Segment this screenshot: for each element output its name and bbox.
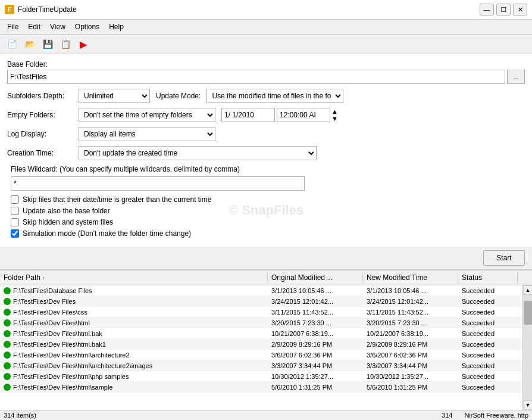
- menu-bar: File Edit View Options Help: [0, 20, 532, 35]
- toolbar-new[interactable]: 📄: [4, 36, 20, 52]
- status-count: 314: [430, 412, 464, 419]
- col-header-path[interactable]: Folder Path: [0, 272, 268, 283]
- cell-orig: 10/30/2012 1:35:27...: [268, 372, 363, 381]
- col-header-status[interactable]: Status: [458, 272, 518, 283]
- subfolders-select[interactable]: Unlimited 12345: [79, 89, 150, 103]
- update-mode-select[interactable]: Use the modified time of files in the fo…: [206, 89, 343, 103]
- start-button[interactable]: Start: [483, 250, 525, 266]
- update-base-label: Update also the base folder: [23, 207, 110, 215]
- status-icon-green: [4, 373, 11, 380]
- files-wildcard-label: Files Wildcard: (You can specify multipl…: [7, 165, 525, 173]
- table-row[interactable]: F:\TestFiles\Dev Files\css 3/11/2015 11:…: [0, 307, 522, 318]
- update-mode-label: Update Mode:: [156, 92, 201, 100]
- cell-orig: 3/24/2015 12:01:42...: [268, 297, 363, 306]
- cell-orig: 3/11/2015 11:43:52...: [268, 308, 363, 316]
- close-button[interactable]: ✕: [513, 4, 527, 15]
- table-row[interactable]: F:\TestFiles\Dev Files\html.bak 10/21/20…: [0, 328, 522, 339]
- table-row[interactable]: F:\TestFiles\Dev Files\html\sample 5/6/2…: [0, 382, 522, 393]
- toolbar-save[interactable]: 💾: [39, 36, 56, 52]
- skip-hidden-checkbox[interactable]: [11, 218, 19, 226]
- table-row[interactable]: F:\TestFiles\Dev Files\html\php samples …: [0, 371, 522, 382]
- simulation-mode-checkbox[interactable]: [11, 229, 19, 238]
- creation-time-label: Creation Time:: [7, 149, 79, 157]
- window-controls: — ☐ ✕: [480, 4, 527, 15]
- browse-button[interactable]: ...: [507, 70, 525, 84]
- cell-status: Succeeded: [458, 287, 518, 295]
- cell-path: F:\TestFiles\Dev Files\html.bak1: [0, 340, 268, 349]
- scroll-down[interactable]: ▼: [523, 400, 532, 410]
- table-row[interactable]: F:\TestFiles\Dev Files\html.bak1 2/9/200…: [0, 339, 522, 350]
- minimize-button[interactable]: —: [480, 4, 494, 15]
- status-icon-green: [4, 298, 11, 305]
- cell-new: 5/6/2010 1:31:25 PM: [363, 383, 458, 391]
- checkbox-row-1: Skip files that their date/time is great…: [7, 195, 525, 204]
- menu-help[interactable]: Help: [104, 21, 129, 33]
- table-row[interactable]: F:\TestFiles\Dev Files 3/24/2015 12:01:4…: [0, 296, 522, 307]
- results-scroll[interactable]: F:\TestFiles\Database Files 3/1/2013 10:…: [0, 285, 522, 410]
- empty-folders-label: Empty Folders:: [7, 111, 79, 119]
- menu-file[interactable]: File: [2, 21, 23, 33]
- main-form: Base Folder: ... Subfolders Depth: Unlim…: [0, 54, 532, 247]
- date-input[interactable]: [221, 108, 275, 122]
- subfolders-row: Subfolders Depth: Unlimited 12345 Update…: [7, 89, 525, 103]
- cell-new: 3/11/2015 11:43:52...: [363, 308, 458, 316]
- status-icon-green: [4, 319, 11, 326]
- checkbox-row-2: Update also the base folder: [7, 207, 525, 215]
- toolbar-open[interactable]: 📂: [21, 36, 38, 52]
- cell-path: F:\TestFiles\Dev Files\html\php samples: [0, 372, 268, 381]
- creation-time-row: Creation Time: Don't update the created …: [7, 146, 525, 160]
- results-container: F:\TestFiles\Database Files 3/1/2013 10:…: [0, 285, 532, 410]
- empty-folders-row: Empty Folders: Don't set the time of emp…: [7, 108, 525, 122]
- table-row[interactable]: F:\TestFiles\Dev Files\html 3/20/2015 7:…: [0, 318, 522, 328]
- cell-new: 2/9/2009 8:29:16 PM: [363, 340, 458, 349]
- col-header-orig[interactable]: Original Modified ...: [268, 272, 363, 283]
- table-row[interactable]: F:\TestFiles\Dev Files\html\architecture…: [0, 360, 522, 371]
- base-folder-row: ...: [7, 70, 525, 84]
- scroll-up[interactable]: ▲: [523, 285, 532, 295]
- checkbox-row-3: Skip hidden and system files: [7, 218, 525, 226]
- table-row[interactable]: F:\TestFiles\Database Files 3/1/2013 10:…: [0, 285, 522, 296]
- scrollbar[interactable]: ▲ ▼: [522, 285, 532, 410]
- cell-new: 10/21/2007 6:38:19...: [363, 329, 458, 338]
- cell-status: Succeeded: [458, 372, 518, 381]
- creation-time-select[interactable]: Don't update the created time Update the…: [79, 146, 317, 160]
- skip-greater-checkbox[interactable]: [11, 195, 19, 204]
- cell-orig: 2/9/2009 8:29:16 PM: [268, 340, 363, 349]
- cell-orig: 3/6/2007 6:02:36 PM: [268, 351, 363, 359]
- cell-new: 3/20/2015 7:23:30 ...: [363, 319, 458, 327]
- cell-status: Succeeded: [458, 329, 518, 338]
- empty-folders-select[interactable]: Don't set the time of empty folders Set …: [79, 108, 215, 122]
- table-row[interactable]: F:\TestFiles\Dev Files\html\architecture…: [0, 350, 522, 360]
- cell-new: 10/30/2012 1:35:27...: [363, 372, 458, 381]
- results-area: Folder Path Original Modified ... New Mo…: [0, 270, 532, 410]
- time-input[interactable]: [277, 108, 330, 122]
- checkbox-row-4: Simulation mode (Don't make the folder t…: [7, 229, 525, 238]
- menu-edit[interactable]: Edit: [23, 21, 45, 33]
- scroll-thumb[interactable]: [524, 301, 532, 325]
- toolbar-run[interactable]: ▶: [75, 36, 92, 52]
- cell-new: 3/6/2007 6:02:36 PM: [363, 351, 458, 359]
- col-header-new[interactable]: New Modified Time: [363, 272, 458, 283]
- cell-path: F:\TestFiles\Dev Files\css: [0, 308, 268, 316]
- toolbar: 📄 📂 💾 📋 ▶: [0, 35, 532, 54]
- log-display-select[interactable]: Display all items Display only errors Di…: [79, 127, 215, 141]
- menu-options[interactable]: Options: [70, 21, 104, 33]
- cell-status: Succeeded: [458, 319, 518, 327]
- cell-orig: 10/21/2007 6:38:19...: [268, 329, 363, 338]
- menu-view[interactable]: View: [45, 21, 70, 33]
- time-spinner[interactable]: ▲▼: [331, 108, 338, 122]
- cell-path: F:\TestFiles\Dev Files\html\sample: [0, 383, 268, 391]
- cell-path: F:\TestFiles\Dev Files\html: [0, 319, 268, 327]
- cell-path: F:\TestFiles\Dev Files\html\architecture…: [0, 362, 268, 370]
- status-icon-green: [4, 287, 11, 294]
- wildcard-input[interactable]: [11, 176, 305, 191]
- update-base-checkbox[interactable]: [11, 207, 19, 215]
- cell-status: Succeeded: [458, 383, 518, 391]
- maximize-button[interactable]: ☐: [496, 4, 511, 15]
- cell-orig: 3/1/2013 10:05:46 ...: [268, 287, 363, 295]
- base-folder-input[interactable]: [7, 70, 505, 84]
- start-btn-row: Start: [0, 247, 532, 270]
- cell-status: Succeeded: [458, 351, 518, 359]
- window-title: FolderTimeUpdate: [18, 5, 480, 14]
- toolbar-saveas[interactable]: 📋: [57, 36, 74, 52]
